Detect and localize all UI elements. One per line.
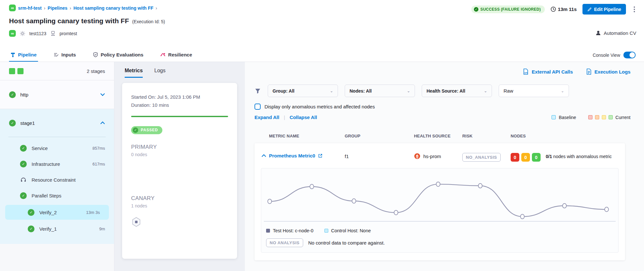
external-api-calls-label: External API Calls [532,69,573,75]
check-icon: ✓ [133,127,138,133]
current-yellow-swatch [602,115,606,119]
table-row: Prometheus Metric0 f1 hs-prom NO_ANALYSI… [255,153,625,162]
breadcrumb-pipeline-name[interactable]: Host sampling canary testing with FF [73,5,153,11]
console-view-toggle[interactable] [623,52,636,58]
resource-constraint-icon [20,176,27,183]
tab-inputs[interactable]: Inputs [52,48,77,62]
test-host-label: Test Host: c-node-0 [273,228,313,233]
anomalous-only-checkbox[interactable] [255,104,261,110]
primary-node-count: 0 nodes [131,152,228,157]
harness-service-icon: ∞ [9,30,16,37]
control-host-swatch [324,229,328,233]
step-label: Service [32,146,48,151]
step-duration: 617ms [92,162,105,166]
elapsed-label: 13m 11s [558,6,577,12]
metric-row-card: Prometheus Metric0 f1 hs-prom NO_ANALYSI… [255,143,625,260]
clock-icon [551,6,556,12]
tab-inputs-label: Inputs [62,52,76,57]
chevron-down-icon[interactable] [100,93,105,96]
verification-summary-card: Started On: Jul 5, 2023 1:06 PM Duration… [122,83,237,259]
main-tabbar: Pipeline Inputs Policy Evaluations Resil… [0,48,644,62]
divider [8,137,106,137]
edit-pipeline-button[interactable]: Edit Pipeline [582,4,626,15]
user-name: Automation CV [604,30,636,36]
sidebar-step-verify2[interactable]: ✓ Verify_2 13m 3s [5,205,109,220]
filter-icon[interactable] [255,88,261,94]
current-orange-swatch [595,115,599,119]
execution-logs-link[interactable]: Execution Logs [586,68,630,75]
no-analysis-message: No control data to compare against. [308,240,385,246]
resilience-icon [160,52,166,57]
api-doc-icon: API [523,68,529,75]
more-options-button[interactable] [632,5,637,14]
external-link-icon[interactable] [318,154,322,158]
success-check-icon: ✓ [9,91,16,98]
sidebar-step-verify1[interactable]: ✓ Verify_1 9m [0,221,114,237]
verification-summary-panel: Metrics Logs Started On: Jul 5, 2023 1:0… [114,62,245,271]
stage-square-icon [17,68,24,74]
sidebar-stage-stage1[interactable]: ✓ stage1 [0,109,114,137]
health-source-filter-value: Health Source: All [427,88,465,94]
canary-node-hexagon-icon[interactable] [131,217,141,227]
tab-logs[interactable]: Logs [154,68,166,78]
tab-pipeline[interactable]: Pipeline [9,48,38,62]
user-chip: Automation CV [595,30,636,36]
chart-legend: Baseline Current [552,115,635,120]
tab-policy-evaluations[interactable]: Policy Evaluations [91,48,145,62]
expand-all-link[interactable]: Expand All [255,115,279,120]
inputs-icon [53,52,59,57]
canary-label: CANARY [131,195,228,202]
chevron-up-icon[interactable] [100,121,105,125]
sidebar-step-infrastructure[interactable]: ✓ Infrastructure 617ms [0,156,114,172]
amber-node-count-badge: 0 [521,153,530,162]
artifact-name[interactable]: promtest [60,31,77,36]
test-host-entry: Test Host: c-node-0 [266,228,313,233]
current-label: Current [615,115,630,120]
success-check-icon: ✓ [9,120,16,126]
service-name[interactable]: test1123 [29,31,46,36]
user-icon [595,30,601,36]
breadcrumb-separator: › [44,5,45,11]
data-mode-dropdown[interactable]: Raw⌄ [499,85,569,97]
group-filter-dropdown[interactable]: Group: All⌄ [268,85,338,97]
collapse-all-link[interactable]: Collapse All [290,115,317,120]
stage-stage1-label: stage1 [20,120,35,126]
sidebar-step-resource-constraint[interactable]: Resource Constraint [0,172,114,188]
chevron-up-icon[interactable] [262,154,266,157]
metrics-panel: API External API Calls Execution Logs Gr… [245,62,644,271]
nodes-cell: 0 0 0 0/1 nodes with anomalous metric [511,153,636,162]
breadcrumb-pipelines[interactable]: Pipelines [48,5,67,11]
breadcrumb-project[interactable]: srm-hf-test [18,5,42,11]
health-source-filter-dropdown[interactable]: Health Source: All⌄ [422,85,492,97]
shield-check-icon [93,52,98,57]
stage-square-icon [9,68,15,74]
sidebar-step-service[interactable]: ✓ Service 857ms [0,140,114,156]
chevron-down-icon: ⌄ [561,89,564,93]
metric-name-cell[interactable]: Prometheus Metric0 [262,153,345,158]
metrics-table-header: METRIC NAME GROUP HEALTH SOURCE RISK NOD… [255,134,625,138]
anomalous-nodes-text: 0/1 nodes with anomalous metric [546,153,636,160]
external-api-calls-link[interactable]: API External API Calls [523,68,573,75]
edit-pipeline-label: Edit Pipeline [594,7,621,12]
passed-badge: ✓ PASSED [131,126,162,134]
health-source-cell: hs-prom [414,153,462,159]
group-filter-value: Group: All [273,88,294,94]
canary-node-count: 1 nodes [131,203,228,208]
page-title: Host sampling canary testing with FF [9,17,129,25]
nodes-filter-dropdown[interactable]: Nodes: All⌄ [345,85,415,97]
analysis-row: NO ANALYSIS No control data to compare a… [261,238,618,247]
metric-name-link[interactable]: Prometheus Metric0 [269,153,315,158]
col-nodes: NODES [511,134,625,138]
health-source-name: hs-prom [423,154,441,159]
step-label: Parallel Steps [32,193,62,198]
sidebar-step-parallel-steps[interactable]: ✓ Parallel Steps [0,188,114,204]
sidebar-stage-http[interactable]: ✓ http [0,80,114,109]
tab-metrics[interactable]: Metrics [125,68,143,78]
baseline-swatch [552,115,556,119]
console-view-label: Console View [593,53,620,58]
nodes-text: nodes with anomalous metric [553,154,611,159]
metric-sparkline-chart[interactable] [261,171,618,227]
step-duration: 857ms [92,146,105,151]
tab-resilience[interactable]: Resilience [159,48,193,62]
baseline-label: Baseline [559,115,576,120]
